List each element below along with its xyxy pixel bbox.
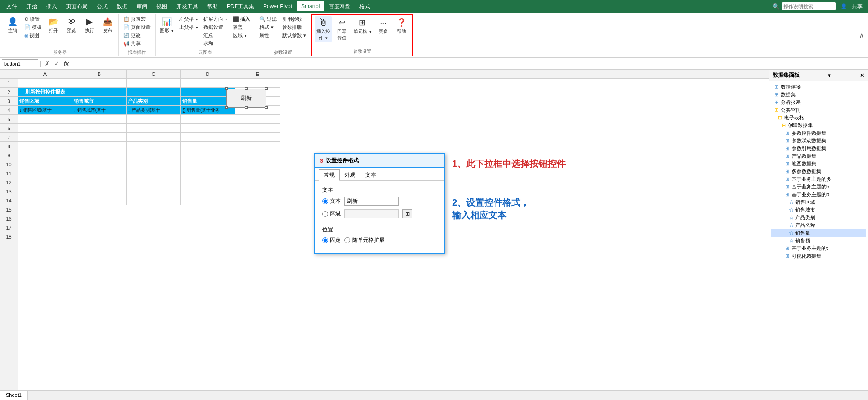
tree-item-product-category[interactable]: ☆ 产品类别	[771, 214, 866, 221]
btn-properties[interactable]: 属性	[258, 32, 278, 39]
radio-expand-input[interactable]	[344, 237, 350, 243]
radio-area-label[interactable]: 区域	[322, 210, 341, 218]
menu-smartbi[interactable]: Smartbi	[297, 1, 324, 11]
radio-fixed-input[interactable]	[322, 237, 328, 243]
menu-help[interactable]: 帮助	[203, 1, 222, 12]
cell-1-b[interactable]	[18, 79, 72, 88]
panel-close-icon[interactable]: ✕	[860, 72, 864, 79]
btn-filter[interactable]: 🔍 过滤	[258, 15, 278, 23]
btn-share[interactable]: 📢 共享	[122, 40, 152, 47]
tree-item-biz-topic-b1[interactable]: ⊞ 基于业务主题的b	[771, 183, 866, 191]
tree-item-spreadsheet[interactable]: ⊟ 电子表格	[771, 114, 866, 122]
tree-item-biz-topic-b2[interactable]: ⊞ 基于业务主题的b	[771, 191, 866, 198]
btn-summary[interactable]: 汇总	[202, 32, 229, 39]
tree-item-product-dataset[interactable]: ⊞ 产品数据集	[771, 152, 866, 160]
cell-2-b[interactable]: 刷新按钮控件报表	[18, 88, 72, 97]
menu-format[interactable]: 格式	[355, 1, 375, 12]
btn-execute[interactable]: ▶ 执行	[81, 15, 98, 35]
btn-format[interactable]: 格式 ▾	[258, 24, 278, 31]
cell-2-c[interactable]	[72, 88, 127, 97]
browse-button[interactable]: ⊞	[402, 209, 412, 218]
tree-item-create-dataset[interactable]: ⊟ 创建数据集	[771, 122, 866, 129]
btn-open[interactable]: 📂 打开	[45, 15, 61, 35]
tree-item-multi-param-dataset[interactable]: ⊞ 多参数数据集	[771, 168, 866, 175]
panel-dropdown-icon[interactable]: ▾	[828, 72, 830, 79]
menu-file[interactable]: 文件	[2, 1, 22, 12]
cell-8-b[interactable]	[18, 142, 72, 151]
cell-10-b[interactable]	[18, 160, 72, 169]
tree-item-biz-topic-t[interactable]: ⊞ 基于业务主题的t	[771, 245, 866, 252]
formula-input[interactable]	[72, 61, 866, 67]
resize-handle-tc[interactable]	[245, 87, 248, 90]
menu-formula[interactable]: 公式	[92, 1, 112, 12]
dialog-tab-text[interactable]: 文本	[360, 169, 381, 180]
btn-writeback[interactable]: ↩ 回写传值	[334, 16, 350, 42]
tree-item-param-widget-dataset[interactable]: ⊞ 参数控件数据集	[771, 129, 866, 137]
btn-default-param[interactable]: 默认参数 ▾	[280, 32, 308, 39]
btn-cell-format[interactable]: ⊞ 单元格 ▾	[352, 16, 373, 36]
menu-pdf[interactable]: PDF工具集	[222, 1, 259, 12]
cell-5-d[interactable]	[127, 115, 181, 124]
cell-3-c[interactable]: 销售城市	[72, 97, 127, 106]
tree-item-analysis-report[interactable]: ⊞ 分析报表	[771, 99, 866, 106]
radio-text-input[interactable]	[322, 198, 328, 204]
btn-help[interactable]: ❓ 帮助	[393, 16, 410, 36]
tree-item-dataset[interactable]: ⊞ 数据集	[771, 91, 866, 99]
radio-expand-label[interactable]: 随单元格扩展	[344, 236, 385, 244]
tree-item-sales-qty[interactable]: ☆ 销售量	[771, 229, 866, 237]
tree-item-sales-amount[interactable]: ☆ 销售额	[771, 237, 866, 245]
dialog-tab-appearance[interactable]: 外观	[340, 169, 360, 180]
tree-item-sales-region[interactable]: ☆ 销售区域	[771, 198, 866, 206]
cell-1-e[interactable]	[181, 79, 235, 88]
cell-5-f[interactable]	[235, 115, 280, 124]
tree-item-param-ref-dataset[interactable]: ⊞ 参数引用数据集	[771, 145, 866, 152]
btn-view[interactable]: ◉ 视图	[23, 32, 43, 39]
tree-item-product-name[interactable]: ☆ 产品名称	[771, 221, 866, 229]
cell-11-b[interactable]	[18, 169, 72, 178]
btn-cover[interactable]: 覆盖	[231, 24, 252, 31]
cell-1-c[interactable]	[72, 79, 127, 88]
btn-logout[interactable]: 👤 注销	[5, 15, 21, 35]
spreadsheet-refresh-button[interactable]: 刷新	[226, 89, 266, 108]
btn-insert2[interactable]: ⬛ 插入	[231, 15, 252, 23]
btn-ref-param[interactable]: 引用参数	[280, 15, 308, 23]
btn-insert-control[interactable]: 🖱 插入控件 ▾	[315, 16, 332, 42]
cell-1-f[interactable]	[235, 79, 280, 88]
cell-14-b[interactable]	[18, 196, 72, 205]
insert-formula-icon[interactable]: fx	[62, 60, 71, 67]
tree-item-map-dataset[interactable]: ⊞ 地图数据集	[771, 160, 866, 168]
menu-power-pivot[interactable]: Power Pivot	[259, 1, 297, 11]
btn-param-layout[interactable]: 参数排版	[280, 24, 308, 31]
btn-template[interactable]: 📄 模板	[23, 24, 43, 31]
btn-top-parent[interactable]: 上父格 ▾	[177, 24, 200, 31]
menu-baidu[interactable]: 百度网盘	[324, 1, 355, 12]
btn-region[interactable]: 区域 ▾	[231, 32, 252, 39]
tree-item-data-connection[interactable]: ⊞ 数据连接	[771, 83, 866, 91]
ribbon-collapse[interactable]: ∧	[857, 14, 866, 56]
cell-5-e[interactable]	[181, 115, 235, 124]
cell-3-d[interactable]: 产品类别	[127, 97, 181, 106]
cell-2-d[interactable]	[127, 88, 181, 97]
share-label[interactable]: 共享	[852, 3, 863, 10]
tree-item-public-space[interactable]: ⊞ 公共空间	[771, 106, 866, 114]
btn-report-macro[interactable]: 📋 报表宏	[122, 15, 152, 23]
btn-more[interactable]: ··· 更多	[375, 16, 392, 36]
btn-data-settings[interactable]: 数据设置	[202, 24, 229, 31]
btn-publish[interactable]: 📤 发布	[99, 15, 116, 35]
menu-data[interactable]: 数据	[112, 1, 132, 12]
text-input-field[interactable]	[344, 197, 399, 206]
menu-page-layout[interactable]: 页面布局	[61, 1, 92, 12]
cell-7-b[interactable]	[18, 133, 72, 142]
radio-area-input[interactable]	[322, 211, 328, 217]
sheet-tab-1[interactable]: Sheet1	[0, 391, 28, 400]
tree-item-biz-topic-multi[interactable]: ⊞ 基于业务主题的多	[771, 175, 866, 183]
cell-5-c[interactable]	[72, 115, 127, 124]
btn-change[interactable]: 🔄 更改	[122, 32, 152, 39]
tree-item-sales-city[interactable]: ☆ 销售城市	[771, 206, 866, 214]
btn-shape[interactable]: 📊 图形 ▾	[158, 15, 175, 35]
dialog-tab-general[interactable]: 常规	[319, 169, 340, 181]
resize-handle-br[interactable]	[265, 106, 268, 109]
resize-handle-bc[interactable]	[245, 106, 248, 109]
btn-settings[interactable]: ⚙ 设置	[23, 15, 43, 23]
btn-preview[interactable]: 👁 预览	[63, 15, 80, 35]
